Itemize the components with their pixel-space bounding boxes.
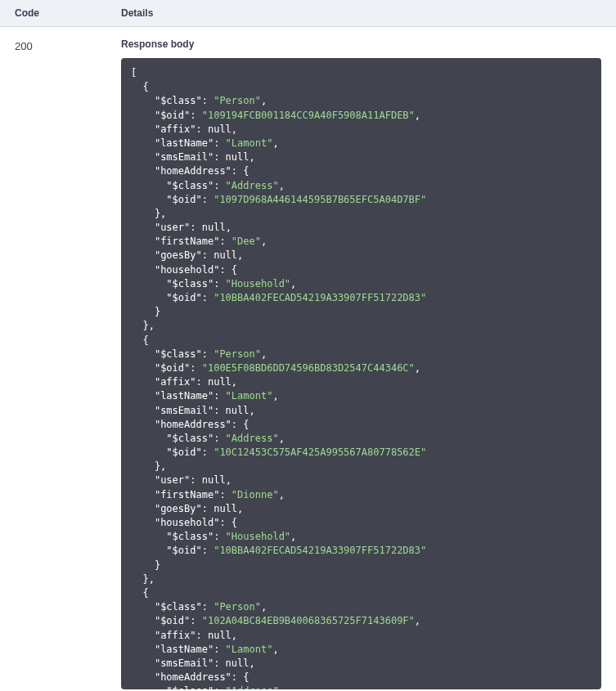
header-code-label: Code [15,7,39,19]
header-code-col: Code [15,5,121,20]
response-details: Response body [ { "$class": "Person", "$… [121,38,601,689]
status-code-col: 200 [15,38,121,689]
header-details-col: Details [121,5,601,20]
response-body-label: Response body [121,38,601,50]
response-row: 200 Response body [ { "$class": "Person"… [0,27,616,689]
table-header: Code Details [0,0,616,27]
response-body-code[interactable]: [ { "$class": "Person", "$oid": "109194F… [121,58,601,689]
header-details-label: Details [121,7,153,19]
status-code: 200 [15,40,33,52]
json-content: [ { "$class": "Person", "$oid": "109194F… [131,67,426,689]
